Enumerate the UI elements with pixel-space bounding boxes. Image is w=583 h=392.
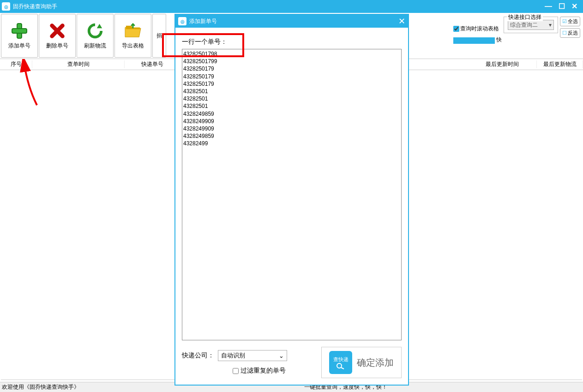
maximize-button[interactable]: ☐	[559, 3, 565, 10]
status-left: 欢迎使用《固乔快递查询快手》	[2, 383, 79, 391]
dialog-close-button[interactable]: ✕	[398, 16, 405, 26]
select-all-button[interactable]: ☑ 全选	[560, 17, 580, 26]
confirm-add-button[interactable]: 查快递 确定添加	[321, 347, 402, 378]
interface-group-label: 快递接口选择	[507, 13, 543, 21]
minimize-button[interactable]: —	[545, 3, 552, 10]
export-button[interactable]: 导出表格	[114, 14, 151, 58]
scroll-checkbox-label: 查询时滚动表格	[460, 25, 499, 33]
chevron-down-icon: ▾	[549, 22, 552, 28]
svg-rect-1	[12, 29, 27, 33]
check-icon: ☑	[562, 18, 567, 24]
col-tracking[interactable]: 快递单号	[125, 60, 180, 68]
app-icon: ◎	[2, 2, 10, 11]
invert-selection-button[interactable]: ☐ 反选	[560, 28, 580, 38]
progress-bar	[453, 37, 495, 44]
filter-duplicates-label: 过滤重复的单号	[240, 367, 286, 375]
company-combobox[interactable]: 自动识别 ⌄	[218, 350, 287, 361]
search-express-icon: 查快递	[329, 351, 352, 374]
folder-export-icon	[124, 22, 142, 40]
confirm-button-text: 确定添加	[357, 356, 394, 369]
svg-line-3	[341, 368, 344, 369]
company-label: 快递公司：	[182, 351, 214, 360]
app-title: 固乔快递查询助手	[13, 3, 57, 11]
uncheck-icon: ☐	[562, 30, 567, 36]
dialog-instruction: 一行一个单号：	[182, 38, 402, 46]
refresh-icon	[86, 22, 104, 40]
truncated-button[interactable]: 捐	[152, 14, 166, 58]
svg-point-2	[337, 363, 342, 368]
refresh-button[interactable]: 刷新物流	[77, 14, 114, 58]
col-index[interactable]: 序号	[0, 60, 32, 68]
dialog-title-text: 添加新单号	[189, 18, 217, 25]
plus-icon	[10, 22, 29, 40]
interface-combobox[interactable]: 综合查询二 ▾	[508, 20, 554, 30]
chevron-down-icon: ⌄	[279, 352, 284, 359]
interface-groupbox: 快递接口选择 综合查询二 ▾	[504, 17, 558, 33]
progress-suffix: 快	[496, 36, 502, 44]
delete-tracking-button[interactable]: 删除单号	[39, 14, 76, 58]
dialog-titlebar: ◎ 添加新单号 ✕	[175, 15, 408, 28]
x-icon	[48, 22, 66, 40]
add-tracking-dialog: ◎ 添加新单号 ✕ 一行一个单号： 快递公司： 自动识别 ⌄ 过滤重复的单号	[174, 14, 409, 386]
tracking-numbers-textarea[interactable]	[182, 49, 402, 340]
scroll-checkbox-group: 查询时滚动表格 快	[453, 16, 502, 44]
dialog-app-icon: ◎	[178, 17, 186, 25]
add-tracking-button[interactable]: 添加单号	[1, 14, 38, 58]
close-button[interactable]: ✕	[571, 3, 577, 10]
scroll-checkbox[interactable]	[453, 26, 459, 32]
col-update-time[interactable]: 最后更新时间	[468, 60, 537, 68]
filter-duplicates-checkbox[interactable]	[233, 368, 239, 374]
col-update-info[interactable]: 最后更新物流	[537, 60, 583, 68]
titlebar: ◎ 固乔快递查询助手 — ☐ ✕	[0, 0, 583, 13]
col-query-time[interactable]: 查单时间	[32, 60, 125, 68]
